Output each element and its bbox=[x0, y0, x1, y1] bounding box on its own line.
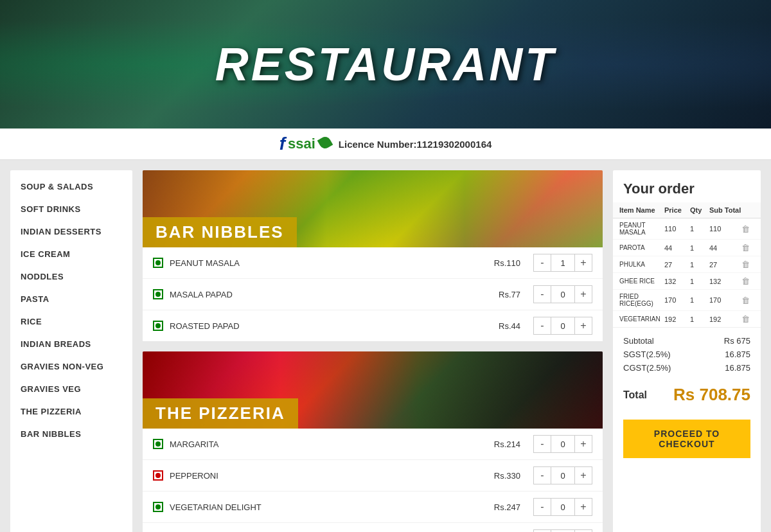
qty-display: 0 bbox=[551, 498, 574, 516]
cgst-value: 16.875 bbox=[725, 363, 750, 373]
qty-display: 0 bbox=[551, 435, 574, 453]
fssai-licence-info: Licence Number:11219302000164 bbox=[339, 139, 492, 150]
sgst-row: SGST(2.5%) 16.875 bbox=[623, 348, 750, 361]
decrease-button[interactable]: - bbox=[533, 466, 551, 484]
order-item-subtotal: 44 bbox=[709, 244, 741, 252]
delete-icon[interactable]: 🗑 bbox=[741, 260, 754, 269]
item-price: Rs.77 bbox=[469, 290, 520, 299]
table-row: ROASTED PAPAD Rs.44 - 0 + bbox=[143, 310, 603, 341]
sidebar: SOUP & SALADS SOFT DRINKS INDIAN DESSERT… bbox=[10, 170, 132, 532]
sidebar-item-gravies-veg[interactable]: GRAVIES VEG bbox=[10, 378, 132, 400]
item-price: Rs.330 bbox=[469, 471, 520, 481]
list-item: PHULKA 27 1 27 🗑 bbox=[613, 256, 761, 273]
order-item-qty: 1 bbox=[690, 278, 709, 285]
order-title: Your order bbox=[613, 170, 761, 202]
sidebar-item-soup-salads[interactable]: SOUP & SALADS bbox=[10, 175, 132, 198]
veg-icon bbox=[153, 258, 163, 268]
veg-icon bbox=[153, 439, 163, 449]
qty-display: 1 bbox=[551, 254, 574, 272]
order-item-name: PHULKA bbox=[619, 261, 664, 268]
sidebar-item-soft-drinks[interactable]: SOFT DRINKS bbox=[10, 198, 132, 220]
table-row: MARGARITA Rs.214 - 0 + bbox=[143, 429, 603, 460]
item-price: Rs.110 bbox=[469, 258, 520, 268]
table-row: VEGETARIAN DELIGHT Rs.247 - 0 + bbox=[143, 492, 603, 523]
item-name: PEPPERONI bbox=[170, 471, 469, 481]
qty-control: - 0 + bbox=[533, 498, 592, 516]
order-item-price: 132 bbox=[664, 278, 690, 285]
sidebar-item-noddles[interactable]: NODDLES bbox=[10, 265, 132, 288]
order-item-subtotal: 170 bbox=[709, 296, 741, 304]
fssai-logo: f ssai bbox=[279, 134, 331, 154]
item-name: VEGETARIAN DELIGHT bbox=[170, 502, 469, 512]
delete-icon[interactable]: 🗑 bbox=[741, 314, 754, 324]
pizzeria-table: MARGARITA Rs.214 - 0 + PEPPERONI Rs.330 … bbox=[143, 429, 603, 532]
increase-button[interactable]: + bbox=[574, 285, 592, 303]
decrease-button[interactable]: - bbox=[533, 435, 551, 453]
order-item-price: 27 bbox=[664, 261, 690, 269]
qty-control: - 1 + bbox=[533, 254, 592, 272]
sidebar-item-ice-cream[interactable]: ICE CREAM bbox=[10, 243, 132, 265]
increase-button[interactable]: + bbox=[574, 254, 592, 272]
table-row: MASALA PAPAD Rs.77 - 0 + bbox=[143, 279, 603, 310]
order-item-price: 44 bbox=[664, 244, 690, 252]
item-name: PEANUT MASALA bbox=[170, 258, 469, 268]
veg-icon bbox=[153, 321, 163, 331]
order-item-qty: 1 bbox=[690, 296, 709, 304]
sidebar-item-gravies-non-veg[interactable]: GRAVIES NON-VEG bbox=[10, 355, 132, 378]
col-sub-total: Sub Total bbox=[709, 206, 741, 214]
list-item: PAROTA 44 1 44 🗑 bbox=[613, 240, 761, 256]
order-item-subtotal: 110 bbox=[709, 225, 741, 233]
col-item-name: Item Name bbox=[619, 206, 664, 214]
decrease-button[interactable]: - bbox=[533, 254, 551, 272]
list-item: GHEE RICE 132 1 132 🗑 bbox=[613, 273, 761, 290]
sidebar-item-indian-desserts[interactable]: INDIAN DESSERTS bbox=[10, 220, 132, 243]
bar-nibbles-header: BAR NIBBLES bbox=[143, 170, 603, 247]
header-banner: RESTAURANT bbox=[0, 0, 771, 129]
licence-number: 11219302000164 bbox=[417, 139, 492, 150]
col-qty: Qty bbox=[690, 206, 709, 214]
sidebar-item-the-pizzeria[interactable]: THE PIZZERIA bbox=[10, 400, 132, 423]
increase-button[interactable]: + bbox=[574, 435, 592, 453]
subtotal-label: Subtotal bbox=[623, 336, 654, 346]
total-label: Total bbox=[623, 389, 647, 401]
table-row: PANEER TIKA Rs.258 - 0 + bbox=[143, 523, 603, 532]
increase-button[interactable]: + bbox=[574, 466, 592, 484]
order-summary: Subtotal Rs 675 SGST(2.5%) 16.875 CGST(2… bbox=[613, 328, 761, 413]
decrease-button[interactable]: - bbox=[533, 529, 551, 532]
qty-display: 0 bbox=[551, 466, 574, 484]
delete-icon[interactable]: 🗑 bbox=[741, 276, 754, 286]
item-price: Rs.44 bbox=[469, 321, 520, 331]
delete-icon[interactable]: 🗑 bbox=[741, 243, 754, 253]
sidebar-item-pasta[interactable]: PASTA bbox=[10, 288, 132, 310]
qty-control: - 0 + bbox=[533, 285, 592, 303]
checkout-button[interactable]: PROCEED TO CHECKOUT bbox=[623, 420, 750, 458]
sidebar-item-indian-breads[interactable]: INDIAN BREADS bbox=[10, 333, 132, 355]
sidebar-item-bar-nibbles[interactable]: BAR NIBBLES bbox=[10, 423, 132, 445]
item-price: Rs.214 bbox=[469, 439, 520, 449]
order-item-qty: 1 bbox=[690, 225, 709, 233]
order-items-list: PEANUT MASALA 110 1 110 🗑 PAROTA 44 1 44… bbox=[613, 218, 761, 328]
order-item-name: GHEE RICE bbox=[619, 278, 664, 285]
decrease-button[interactable]: - bbox=[533, 498, 551, 516]
decrease-button[interactable]: - bbox=[533, 317, 551, 335]
delete-icon[interactable]: 🗑 bbox=[741, 296, 754, 305]
fssai-bar: f ssai Licence Number:11219302000164 bbox=[0, 129, 771, 160]
bar-nibbles-title: BAR NIBBLES bbox=[143, 217, 297, 247]
table-row: PEANUT MASALA Rs.110 - 1 + bbox=[143, 247, 603, 279]
order-item-subtotal: 27 bbox=[709, 261, 741, 269]
order-item-price: 110 bbox=[664, 225, 690, 233]
qty-display: 0 bbox=[551, 317, 574, 335]
increase-button[interactable]: + bbox=[574, 498, 592, 516]
delete-icon[interactable]: 🗑 bbox=[741, 224, 754, 234]
qty-display: 0 bbox=[551, 529, 574, 532]
subtotal-value: Rs 675 bbox=[724, 336, 750, 346]
increase-button[interactable]: + bbox=[574, 317, 592, 335]
pizzeria-header: THE PIZZERIA bbox=[143, 351, 603, 429]
list-item: VEGETARIAN 192 1 192 🗑 bbox=[613, 311, 761, 327]
restaurant-title: RESTAURANT bbox=[215, 38, 556, 91]
veg-icon bbox=[153, 289, 163, 299]
col-actions bbox=[741, 206, 754, 214]
sidebar-item-rice[interactable]: RICE bbox=[10, 310, 132, 333]
decrease-button[interactable]: - bbox=[533, 285, 551, 303]
increase-button[interactable]: + bbox=[574, 529, 592, 532]
